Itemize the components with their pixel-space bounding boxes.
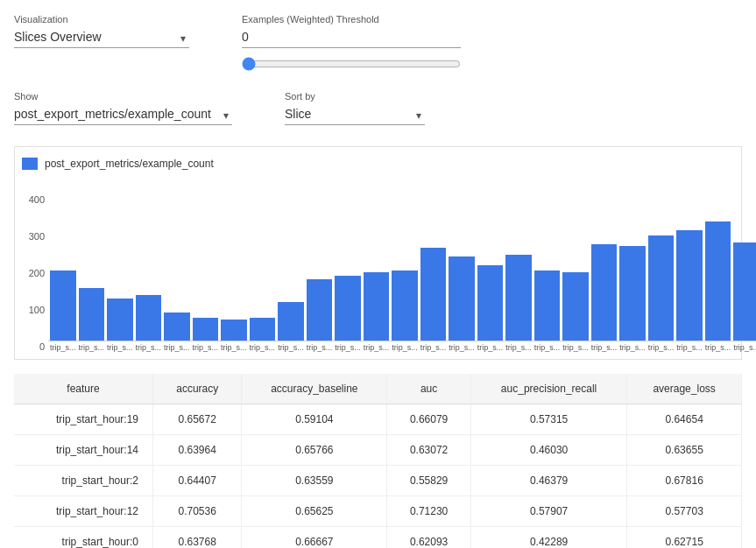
col-average-loss: average_loss — [627, 374, 742, 404]
bar — [591, 244, 618, 341]
cell-accuracy: 0.63768 — [152, 527, 241, 549]
table-row: trip_start_hour:120.705360.656250.712300… — [14, 496, 742, 527]
x-label: trip_s... — [534, 343, 561, 352]
cell-accuracy: 0.65672 — [152, 404, 241, 435]
cell-average_loss: 0.62715 — [627, 527, 742, 549]
x-label: trip_s... — [648, 343, 675, 352]
col-auc-precision-recall: auc_precision_recall — [470, 374, 626, 404]
x-label: trip_s... — [79, 343, 105, 352]
sort-by-dropdown-container: Slice Value Metric ▾ — [285, 105, 425, 125]
cell-auc_precision_recall: 0.57315 — [470, 404, 626, 435]
cell-accuracy: 0.64407 — [152, 466, 241, 496]
controls-row-1: Visualization Slices Overview Metrics ▾ … — [14, 14, 742, 74]
x-label: trip_s... — [164, 343, 190, 352]
y-axis: 0 100 200 300 400 — [22, 194, 48, 352]
x-label: trip_s... — [136, 343, 162, 352]
bar — [449, 256, 475, 341]
visualization-control: Visualization Slices Overview Metrics ▾ — [14, 14, 189, 48]
table-body: trip_start_hour:190.656720.591040.660790… — [14, 404, 742, 549]
bar — [107, 299, 133, 341]
cell-feature: trip_start_hour:12 — [14, 496, 152, 527]
show-metric-dropdown-container: post_export_metrics/example_count accura… — [14, 105, 232, 125]
x-label: trip_s... — [619, 343, 646, 352]
sort-by-select[interactable]: Slice Value Metric — [285, 105, 425, 125]
x-label: trip_s... — [420, 343, 447, 352]
cell-auc: 0.62093 — [387, 527, 471, 549]
show-metric-control: Show post_export_metrics/example_count a… — [14, 91, 232, 125]
bar — [307, 279, 333, 341]
cell-auc_precision_recall: 0.46379 — [470, 466, 626, 496]
col-accuracy: accuracy — [152, 374, 241, 404]
cell-average_loss: 0.63655 — [627, 435, 742, 466]
bar — [705, 221, 731, 341]
bar — [221, 320, 247, 341]
bar — [364, 272, 390, 341]
cell-feature: trip_start_hour:14 — [14, 435, 152, 466]
visualization-select[interactable]: Slices Overview Metrics — [14, 28, 189, 48]
bar — [733, 242, 756, 341]
slider-container — [242, 57, 461, 74]
data-table: feature accuracy accuracy_baseline auc a… — [14, 374, 742, 548]
table-header: feature accuracy accuracy_baseline auc a… — [14, 374, 742, 404]
bar — [50, 270, 76, 341]
bar — [193, 318, 219, 341]
bars-container — [48, 201, 756, 341]
cell-auc_precision_recall: 0.42289 — [470, 527, 626, 549]
y-label-400: 400 — [22, 194, 45, 205]
col-feature: feature — [14, 374, 152, 404]
x-labels: trip_s...trip_s...trip_s...trip_s...trip… — [48, 343, 756, 352]
bar — [164, 313, 190, 341]
x-label: trip_s... — [221, 343, 247, 352]
cell-accuracy_baseline: 0.65766 — [242, 435, 387, 466]
cell-accuracy: 0.70536 — [152, 496, 241, 527]
x-label: trip_s... — [335, 343, 361, 352]
bar — [136, 295, 162, 341]
bar — [278, 302, 304, 341]
cell-accuracy_baseline: 0.59104 — [242, 404, 387, 435]
cell-average_loss: 0.67816 — [627, 466, 742, 496]
x-label: trip_s... — [278, 343, 304, 352]
threshold-input[interactable] — [242, 28, 461, 48]
table-row: trip_start_hour:00.637680.666670.620930.… — [14, 527, 742, 549]
bar — [534, 270, 561, 341]
controls-row-2: Show post_export_metrics/example_count a… — [14, 91, 742, 125]
bar — [420, 248, 447, 341]
y-label-0: 0 — [22, 341, 45, 352]
bar — [505, 255, 532, 341]
x-label: trip_s... — [307, 343, 333, 352]
x-label: trip_s... — [733, 343, 756, 352]
x-label: trip_s... — [591, 343, 618, 352]
cell-auc_precision_recall: 0.46030 — [470, 435, 626, 466]
x-label: trip_s... — [705, 343, 731, 352]
y-label-200: 200 — [22, 268, 45, 278]
show-metric-select[interactable]: post_export_metrics/example_count accura… — [14, 105, 232, 125]
bar — [676, 230, 703, 341]
cell-average_loss: 0.64654 — [627, 404, 742, 435]
bar — [335, 276, 361, 341]
cell-accuracy: 0.63964 — [152, 435, 241, 466]
table-row: trip_start_hour:190.656720.591040.660790… — [14, 404, 742, 435]
chart-section: post_export_metrics/example_count 0 100 … — [14, 146, 742, 360]
cell-feature: trip_start_hour:19 — [14, 404, 152, 435]
threshold-control: Examples (Weighted) Threshold — [242, 14, 461, 74]
threshold-label: Examples (Weighted) Threshold — [242, 14, 461, 25]
cell-auc: 0.71230 — [387, 496, 471, 527]
cell-average_loss: 0.57703 — [627, 496, 742, 527]
cell-auc: 0.63072 — [387, 435, 471, 466]
bar — [648, 235, 675, 341]
table-row: trip_start_hour:20.644070.635590.558290.… — [14, 466, 742, 496]
show-metric-label: Show — [14, 91, 232, 102]
x-label: trip_s... — [392, 343, 418, 352]
bar — [392, 270, 418, 341]
x-label: trip_s... — [505, 343, 532, 352]
chart-wrapper: 0 100 200 300 400 trip_s...trip_s...trip… — [22, 177, 734, 352]
cell-auc_precision_recall: 0.57907 — [470, 496, 626, 527]
y-label-300: 300 — [22, 231, 45, 242]
y-label-100: 100 — [22, 305, 45, 315]
x-label: trip_s... — [449, 343, 475, 352]
col-auc: auc — [387, 374, 471, 404]
threshold-slider[interactable] — [242, 57, 461, 71]
cell-feature: trip_start_hour:0 — [14, 527, 152, 549]
bar — [619, 246, 646, 341]
table-row: trip_start_hour:140.639640.657660.630720… — [14, 435, 742, 466]
